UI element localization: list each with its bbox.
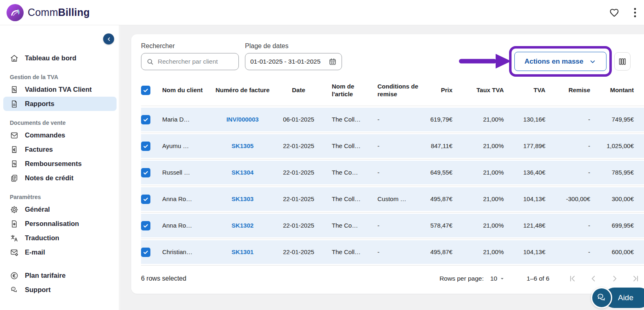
sidebar-item-credit-notes[interactable]: Notes de crédit	[3, 171, 117, 185]
favorites-heart-icon[interactable]	[609, 7, 620, 18]
rows-selected-text: 6 rows selected	[141, 275, 186, 282]
brand-logo[interactable]: CommBilling	[7, 4, 90, 21]
sidebar-item-personalization[interactable]: Personnalisation	[3, 217, 117, 231]
cell-vat: 104,13€	[504, 195, 545, 203]
cell-discount-terms: -	[368, 116, 421, 124]
cell-vat: 104,13€	[504, 248, 545, 256]
sidebar-section-sales-docs: Documents de vente	[10, 120, 119, 126]
row-separator	[141, 237, 644, 240]
gear-icon	[10, 205, 19, 214]
row-checkbox[interactable]	[141, 248, 150, 257]
euro-circle-icon	[10, 271, 19, 280]
sidebar-item-email[interactable]: E-mail	[3, 245, 117, 259]
table-row[interactable]: Anna Ro… SK1302 22-01-2025 The Co… - 578…	[141, 214, 644, 237]
cell-discount: -	[545, 222, 590, 230]
cell-invoice-link[interactable]: SK1301	[210, 248, 275, 256]
table-row[interactable]: Maria D… INV/000003 06-01-2025 The Coll……	[141, 108, 644, 131]
mail-gear-icon	[10, 248, 19, 257]
row-checkbox[interactable]	[141, 221, 150, 230]
column-header-vat[interactable]: TVA	[504, 86, 545, 94]
column-header-date[interactable]: Date	[275, 86, 322, 94]
sidebar-item-pricing-plan[interactable]: Plan tarifaire	[3, 268, 117, 283]
kebab-menu-icon[interactable]	[633, 7, 637, 18]
cell-amount: 785,95€	[590, 169, 634, 177]
cell-discount-terms: -	[368, 142, 421, 150]
table-row[interactable]: Christian… SK1301 22-01-2025 The Coll… -…	[141, 240, 644, 264]
column-header-article[interactable]: Nom de l'article	[322, 83, 368, 98]
cell-invoice-link[interactable]: SK1304	[210, 169, 275, 177]
column-header-discount[interactable]: Remise	[545, 86, 590, 94]
brand-name: CommBilling	[28, 7, 90, 18]
row-checkbox[interactable]	[141, 168, 150, 177]
column-header-discount-terms[interactable]: Conditions de remise	[368, 83, 421, 98]
sidebar-item-reports[interactable]: Rapports	[3, 97, 117, 111]
column-header-client[interactable]: Nom du client	[162, 86, 210, 94]
column-header-amount[interactable]: Montant	[590, 86, 634, 94]
doc-star-icon	[10, 219, 19, 228]
bulk-actions-label: Actions en masse	[525, 58, 584, 66]
table-footer: 6 rows selected Rows per page: 10 1–6 of…	[141, 265, 644, 291]
sidebar-collapse-button[interactable]	[103, 33, 114, 44]
sidebar-item-label: Tableau de bord	[25, 54, 76, 62]
row-separator	[141, 211, 644, 214]
first-page-icon[interactable]	[568, 275, 576, 283]
cell-article: The Coll…	[322, 142, 368, 150]
sidebar-item-general[interactable]: Général	[3, 202, 117, 217]
cell-price: 847,11€	[421, 142, 452, 150]
column-header-vat-rate[interactable]: Taux TVA	[452, 86, 504, 94]
sidebar-item-label: Traduction	[25, 234, 59, 242]
cell-discount-terms: -	[368, 222, 421, 230]
sidebar-item-dashboard[interactable]: Tableau de bord	[3, 51, 117, 65]
row-checkbox[interactable]	[141, 142, 150, 151]
rows-per-page-select[interactable]: 10	[490, 275, 505, 282]
sidebar-item-label: Notes de crédit	[25, 174, 73, 182]
rows-per-page-label: Rows per page:	[439, 275, 484, 282]
sidebar-item-label: Plan tarifaire	[25, 272, 66, 279]
select-all-checkbox[interactable]	[141, 86, 150, 95]
sidebar-item-invoices[interactable]: Factures	[3, 142, 117, 157]
column-header-invoice[interactable]: Numéro de facture	[210, 86, 275, 94]
sidebar-item-translation[interactable]: Traduction	[3, 231, 117, 245]
next-page-icon[interactable]	[611, 275, 619, 283]
cell-invoice-link[interactable]: SK1302	[210, 222, 275, 230]
date-range-input[interactable]: 01-01-2025 - 31-01-2025	[245, 53, 342, 70]
table-row[interactable]: Russell … SK1304 22-01-2025 The Co… - 64…	[141, 161, 644, 184]
previous-page-icon[interactable]	[589, 275, 598, 283]
cell-invoice-link[interactable]: SK1303	[210, 195, 275, 203]
cell-discount: -	[545, 142, 590, 150]
cell-vat: 130,16€	[504, 116, 545, 124]
cell-vat-rate: 21,00%	[452, 222, 504, 230]
pagination-range-text: 1–6 of 6	[527, 275, 549, 282]
cell-date: 22-01-2025	[275, 195, 322, 203]
table-row[interactable]: Anna Ro… SK1303 22-01-2025 The Coll… Cus…	[141, 187, 644, 211]
cell-amount: 699,95€	[590, 222, 634, 230]
search-input[interactable]	[158, 58, 227, 65]
date-range-label: Plage de dates	[245, 42, 342, 50]
column-visibility-button[interactable]	[614, 52, 631, 71]
last-page-icon[interactable]	[632, 275, 640, 283]
sidebar-item-vat-validation[interactable]: Validation TVA Client	[3, 82, 117, 97]
search-icon	[146, 58, 154, 66]
home-icon	[10, 54, 19, 63]
cell-price: 619,79€	[421, 116, 452, 124]
cell-article: The Coll…	[322, 116, 368, 124]
cell-invoice-link[interactable]: SK1305	[210, 142, 275, 150]
sidebar-item-refunds[interactable]: Remboursements	[3, 157, 117, 171]
sidebar-item-label: Rapports	[25, 100, 54, 108]
cell-amount: 1,025,00€	[590, 142, 634, 150]
help-button[interactable]: Aide	[591, 287, 644, 308]
reports-card: Rechercher Plage de dates 01-01-2025 - 3…	[131, 34, 644, 294]
table-row[interactable]: Ayumu … SK1305 22-01-2025 The Coll… - 84…	[141, 134, 644, 158]
cell-vat: 177,89€	[504, 142, 545, 150]
bulk-actions-button[interactable]: Actions en masse	[514, 52, 607, 71]
row-checkbox[interactable]	[141, 115, 150, 124]
cell-price: 495,87€	[421, 195, 452, 203]
row-checkbox[interactable]	[141, 195, 150, 204]
calendar-icon	[329, 58, 337, 66]
sidebar-item-orders[interactable]: Commandes	[3, 128, 117, 142]
sidebar-item-support[interactable]: Support	[3, 283, 117, 297]
cell-invoice-link[interactable]: INV/000003	[210, 116, 275, 124]
cell-price: 649,55€	[421, 169, 452, 177]
column-header-price[interactable]: Prix	[421, 86, 452, 94]
brand-logo-icon	[7, 4, 24, 21]
